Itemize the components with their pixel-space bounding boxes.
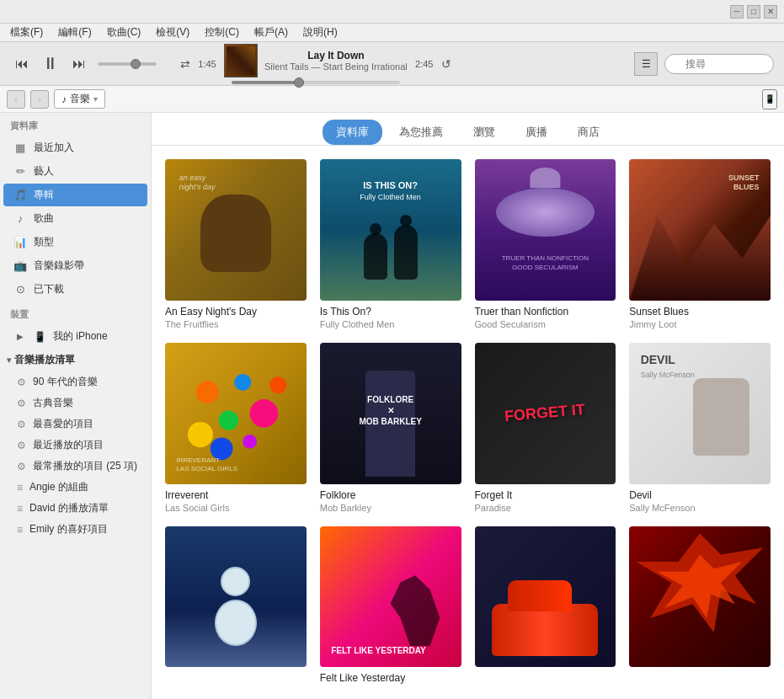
time-remaining: 2:45: [413, 59, 436, 69]
svg-point-6: [269, 376, 286, 393]
disclosure-arrow-icon: ▾: [7, 355, 11, 365]
album-cover-irreverent: IRREVERANTLAS SOCIAL GIRLS: [165, 343, 307, 484]
musicvideo-icon: 📺: [13, 259, 27, 272]
menu-song[interactable]: 歌曲(C): [100, 24, 148, 41]
album-card-folklore[interactable]: FOLKLORE✕MOB BARKLEY Folklore Mob Barkle…: [320, 343, 461, 513]
album-title-easy-night: An Easy Night's Day: [165, 306, 307, 317]
sidebar-label-iphone: 我的 iPhone: [53, 329, 108, 344]
album-artist-forget-it: Paradise: [475, 503, 616, 513]
menu-file[interactable]: 檔案(F): [3, 24, 50, 41]
tab-library[interactable]: 資料庫: [323, 120, 382, 145]
album-card-snowman[interactable]: [165, 526, 307, 686]
album-card-felt-like[interactable]: FELT LIKE YESTERDAY Felt Like Yesterday: [320, 526, 461, 686]
sidebar-label-artist: 藝人: [34, 164, 54, 179]
snow-head: [221, 567, 250, 596]
sidebar-icon-phone: 📱: [34, 331, 46, 343]
sidebar-item-artist[interactable]: ✏ 藝人: [3, 160, 147, 183]
album-cover-felt-like: FELT LIKE YESTERDAY: [320, 526, 461, 668]
album-cover-devil: DEVILSally McFenson: [629, 343, 771, 484]
menu-account[interactable]: 帳戶(A): [248, 24, 295, 41]
search-wrapper: 🔍: [664, 54, 774, 74]
tab-store[interactable]: 商店: [564, 120, 613, 145]
sidebar-item-album[interactable]: 🎵 專輯: [3, 184, 147, 206]
repeat-button[interactable]: ↺: [441, 57, 451, 71]
figures: [334, 201, 447, 279]
playlist-item-favorites[interactable]: ⚙ 最喜愛的項目: [0, 414, 151, 435]
sidebar-item-recent[interactable]: ▦ 最近加入: [3, 136, 147, 159]
playlist-item-emily[interactable]: ≡ Emily 的喜好項目: [0, 519, 151, 540]
album-card-sunset-blues[interactable]: SUNSETBLUES Sunset Blues Jimmy Loot: [629, 159, 771, 329]
snowman-figure: [215, 567, 257, 646]
sidebar-item-iphone[interactable]: ▶ 📱 我的 iPhone: [3, 325, 147, 348]
playlist-label-favorites: 最喜愛的項目: [33, 417, 93, 431]
play-pause-button[interactable]: ⏸: [39, 52, 62, 76]
playlist-disclosure[interactable]: ▾ 音樂播放清單: [0, 349, 151, 371]
volume-thumb[interactable]: [131, 59, 141, 69]
transport-bar: ⏮ ⏸ ⏭ ⇄ 1:45 Lay It Down Silent Tails — …: [0, 42, 784, 86]
song-icon: ♪: [13, 212, 27, 225]
next-button[interactable]: ⏭: [67, 52, 91, 76]
window-controls[interactable]: ─ □ ✕: [730, 5, 777, 19]
playlist-item-top-played[interactable]: ⚙ 最常播放的項目 (25 項): [0, 456, 151, 477]
menu-edit[interactable]: 編輯(F): [51, 24, 98, 41]
nav-bar: ‹ › ♪ 音樂 ▾ 📱: [0, 86, 784, 113]
playlist-label-top-played: 最常播放的項目 (25 項): [33, 459, 137, 473]
progress-fill: [232, 81, 299, 84]
playlist-item-angie[interactable]: ≡ Angie 的組曲: [0, 477, 151, 498]
menu-view[interactable]: 檢視(V): [149, 24, 196, 41]
album-card-forget-it[interactable]: FORGET IT Forget It Paradise: [475, 343, 616, 513]
progress-bar[interactable]: [232, 81, 400, 84]
volume-slider[interactable]: [98, 62, 157, 66]
maximize-button[interactable]: □: [747, 5, 760, 19]
transport-center: ⇄ 1:45 Lay It Down Silent Tails — Start …: [180, 44, 451, 84]
playlist-label-david: David 的播放清單: [29, 501, 109, 515]
music-note-icon: ♪: [61, 93, 67, 105]
sidebar-item-downloaded[interactable]: ⊙ 已下載: [3, 278, 147, 301]
menu-control[interactable]: 控制(C): [198, 24, 246, 41]
playlist-label-recent-played: 最近播放的項目: [33, 438, 104, 452]
main-layout: 資料庫 ▦ 最近加入 ✏ 藝人 🎵 專輯 ♪ 歌曲 📊 類型 📺 音樂錄影帶 ⊙…: [0, 113, 784, 699]
album-grid-container: an easynight's day An Easy Night's Day T…: [152, 146, 784, 699]
playlist-item-90s[interactable]: ⚙ 90 年代的音樂: [0, 371, 151, 392]
tab-radio[interactable]: 廣播: [512, 120, 561, 145]
album-card-devil[interactable]: DEVILSally McFenson Devil Sally McFenson: [629, 343, 771, 513]
svg-point-0: [196, 381, 219, 403]
time-elapsed: 1:45: [195, 59, 219, 69]
playlist-icon-recent-played: ⚙: [17, 440, 26, 451]
album-card-is-this-on[interactable]: IS THIS ON?Fully Clothed Men Is This On?…: [320, 159, 461, 329]
album-card-abstract[interactable]: [629, 526, 771, 686]
album-card-car[interactable]: [475, 526, 616, 686]
album-card-truer[interactable]: TRUER THAN NONFICTIONGOOD SECULARISM Tru…: [475, 159, 616, 329]
sidebar-item-song[interactable]: ♪ 歌曲: [3, 207, 147, 230]
sidebar-label-recent: 最近加入: [34, 141, 74, 155]
playlist-icon-angie: ≡: [17, 482, 23, 494]
album-card-irreverent[interactable]: IRREVERANTLAS SOCIAL GIRLS Irreverent La…: [165, 343, 307, 513]
iphone-nav-button[interactable]: 📱: [762, 89, 777, 109]
abstract-svg: [629, 526, 771, 668]
nav-back-button[interactable]: ‹: [7, 90, 25, 109]
shuffle-button[interactable]: ⇄: [180, 57, 190, 71]
previous-button[interactable]: ⏮: [10, 52, 34, 76]
album-card-easy-night[interactable]: an easynight's day An Easy Night's Day T…: [165, 159, 307, 329]
svg-point-3: [219, 410, 238, 430]
playlist-item-classical[interactable]: ⚙ 古典音樂: [0, 392, 151, 414]
tab-browse[interactable]: 瀏覽: [460, 120, 509, 145]
album-artist-easy-night: The Fruitflies: [165, 319, 307, 329]
album-cover-forget-it: FORGET IT: [475, 343, 616, 484]
person-1: [364, 233, 387, 280]
playlist-item-david[interactable]: ≡ David 的播放清單: [0, 498, 151, 519]
menu-help[interactable]: 說明(H): [296, 24, 344, 41]
category-dropdown[interactable]: ♪ 音樂 ▾: [54, 89, 105, 109]
nav-forward-button[interactable]: ›: [30, 90, 49, 109]
tab-foryou[interactable]: 為您推薦: [386, 120, 456, 145]
playlist-label-emily: Emily 的喜好項目: [29, 522, 108, 536]
progress-thumb[interactable]: [294, 77, 304, 88]
close-button[interactable]: ✕: [764, 5, 777, 19]
svg-point-5: [243, 435, 257, 449]
sidebar-item-genre[interactable]: 📊 類型: [3, 231, 147, 253]
search-input[interactable]: [664, 54, 774, 74]
sidebar-item-musicvideo[interactable]: 📺 音樂錄影帶: [3, 254, 147, 277]
playlist-item-recent-played[interactable]: ⚙ 最近播放的項目: [0, 435, 151, 456]
list-view-button[interactable]: ☰: [634, 52, 658, 76]
minimize-button[interactable]: ─: [730, 5, 744, 19]
